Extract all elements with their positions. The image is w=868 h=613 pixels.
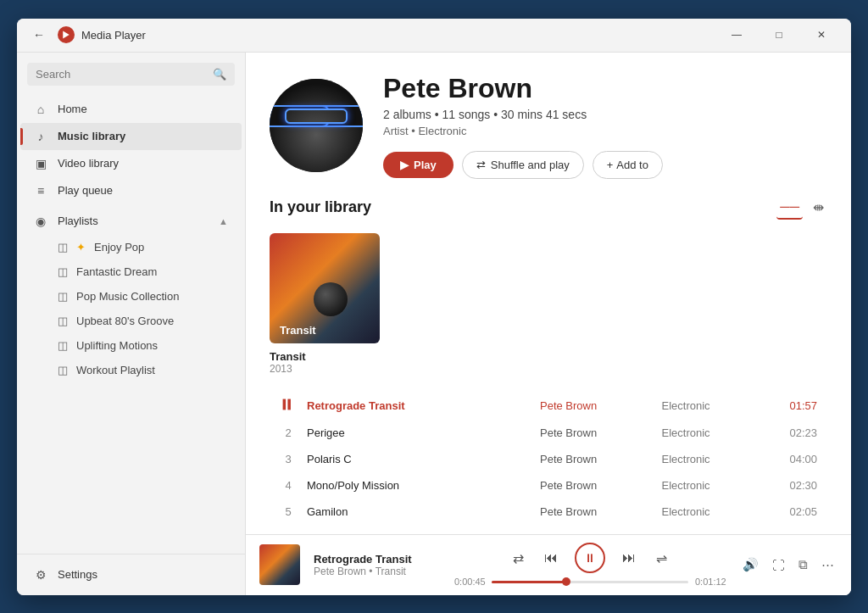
track-duration-4: 02:30 bbox=[783, 479, 817, 492]
main-area: 🔍 ⌂ Home ♪ Music library ▣ Video library… bbox=[17, 53, 851, 595]
playlist-icon-enjoy-pop: ◫ bbox=[58, 241, 68, 254]
playlist-item-upbeat-80s[interactable]: ◫ Upbeat 80's Groove bbox=[20, 309, 242, 333]
sidebar-item-video-library[interactable]: ▣ Video library bbox=[20, 150, 242, 177]
list-view-button[interactable]: ── bbox=[776, 196, 803, 220]
table-row[interactable]: Retrograde Transit Pete Brown Electronic… bbox=[270, 392, 827, 420]
shuffle-button[interactable]: ⇄ bbox=[509, 547, 527, 570]
playlists-section-header[interactable]: ◉ Playlists ▲ bbox=[20, 208, 242, 235]
table-row[interactable]: 5 Gamilon Pete Brown Electronic 02:05 bbox=[270, 499, 827, 525]
add-to-button[interactable]: + Add to bbox=[593, 151, 663, 179]
search-input[interactable] bbox=[36, 68, 208, 81]
play-button[interactable]: ▶ Play bbox=[383, 152, 453, 178]
progress-fill bbox=[492, 581, 566, 583]
playlist-item-fantastic-dream[interactable]: ◫ Fantastic Dream bbox=[20, 259, 242, 284]
playlist-icon-upbeat-80s: ◫ bbox=[58, 315, 68, 327]
track-name-1: Retrograde Transit bbox=[307, 399, 530, 412]
queue-icon: ≡ bbox=[34, 184, 47, 198]
playlist-icon-pop-music: ◫ bbox=[58, 290, 68, 303]
sidebar-item-play-queue[interactable]: ≡ Play queue bbox=[20, 177, 242, 204]
shuffle-icon: ⇄ bbox=[476, 159, 486, 171]
maximize-button[interactable]: □ bbox=[760, 21, 798, 48]
track-name-2: Perigee bbox=[307, 426, 530, 439]
album-card-transit[interactable]: Transit Transit 2013 bbox=[270, 233, 380, 375]
add-label: Add to bbox=[616, 159, 648, 171]
library-header: In your library ── ⇼ bbox=[270, 196, 827, 220]
play-icon: ▶ bbox=[400, 159, 409, 171]
table-row[interactable]: 6 Below the Root Pete Brown Electronic 0… bbox=[270, 525, 827, 534]
track-name-4: Mono/Poly Mission bbox=[307, 479, 530, 492]
playlist-item-enjoy-pop[interactable]: ◫ ✦ Enjoy Pop bbox=[20, 235, 242, 259]
close-button[interactable]: ✕ bbox=[802, 21, 841, 48]
track-duration-2: 02:23 bbox=[783, 426, 817, 439]
minimize-button[interactable]: — bbox=[717, 21, 756, 48]
album-name: Transit bbox=[270, 350, 380, 363]
table-row[interactable]: 3 Polaris C Pete Brown Electronic 04:00 bbox=[270, 446, 827, 472]
repeat-button[interactable]: ⇌ bbox=[653, 547, 670, 570]
album-art-transit: Transit bbox=[270, 233, 380, 343]
playlist-item-workout[interactable]: ◫ Workout Playlist bbox=[20, 358, 242, 382]
search-icon: 🔍 bbox=[213, 68, 226, 81]
transit-artwork: Transit bbox=[270, 233, 380, 343]
playlist-item-uplifting-motions[interactable]: ◫ Uplifting Motions bbox=[20, 333, 242, 358]
track-genre-4: Electronic bbox=[662, 479, 774, 492]
video-icon: ▣ bbox=[34, 157, 47, 170]
app-icon bbox=[58, 26, 75, 43]
progress-bar[interactable] bbox=[492, 581, 688, 583]
fullscreen-button[interactable]: ⛶ bbox=[769, 554, 788, 576]
track-duration-3: 04:00 bbox=[783, 453, 817, 465]
play-pause-button[interactable]: ⏸ bbox=[575, 543, 605, 573]
tracks-list: Retrograde Transit Pete Brown Electronic… bbox=[270, 392, 827, 534]
current-time: 0:00:45 bbox=[454, 577, 485, 587]
albums-grid: Transit Transit 2013 bbox=[270, 233, 827, 375]
player-track-name: Retrograde Transit bbox=[314, 553, 441, 566]
search-box[interactable]: 🔍 bbox=[27, 63, 235, 86]
grid-view-button[interactable]: ⇼ bbox=[810, 196, 827, 220]
artist-genre: Artist • Electronic bbox=[383, 125, 827, 137]
track-number-3: 3 bbox=[280, 453, 297, 465]
playlist-label-uplifting-motions: Uplifting Motions bbox=[76, 339, 158, 352]
playlists-icon: ◉ bbox=[34, 215, 47, 228]
sidebar-item-video-label: Video library bbox=[58, 157, 119, 170]
player-right-controls: 🔊 ⛶ ⧉ ⋯ bbox=[739, 554, 837, 576]
sidebar-item-music-library[interactable]: ♪ Music library bbox=[20, 123, 242, 150]
track-duration-5: 02:05 bbox=[783, 505, 817, 518]
track-artist-1: Pete Brown bbox=[540, 399, 652, 412]
content-area: Pete Brown 2 albums • 11 songs • 30 mins… bbox=[246, 53, 851, 595]
player-art-inner bbox=[259, 544, 300, 585]
previous-button[interactable]: ⏮ bbox=[541, 547, 561, 569]
add-icon: + bbox=[607, 159, 614, 171]
table-row[interactable]: 4 Mono/Poly Mission Pete Brown Electroni… bbox=[270, 472, 827, 499]
next-button[interactable]: ⏭ bbox=[619, 547, 639, 569]
artist-header: Pete Brown 2 albums • 11 songs • 30 mins… bbox=[246, 53, 851, 196]
track-genre-1: Electronic bbox=[662, 399, 774, 412]
more-options-button[interactable]: ⋯ bbox=[818, 554, 837, 576]
volume-button[interactable]: 🔊 bbox=[739, 554, 762, 576]
player-info: Retrograde Transit Pete Brown • Transit bbox=[314, 553, 441, 577]
album-art-label: Transit bbox=[280, 324, 316, 337]
playlist-item-pop-music[interactable]: ◫ Pop Music Collection bbox=[20, 284, 242, 309]
sidebar-item-settings[interactable]: ⚙ Settings bbox=[20, 561, 242, 588]
track-number-5: 5 bbox=[280, 505, 297, 518]
artist-stats: 2 albums • 11 songs • 30 mins 41 secs bbox=[383, 108, 827, 121]
track-artist-3: Pete Brown bbox=[540, 453, 652, 465]
window-controls: — □ ✕ bbox=[717, 21, 841, 48]
track-number-4: 4 bbox=[280, 479, 297, 492]
transit-sphere bbox=[314, 282, 348, 316]
sidebar-item-home[interactable]: ⌂ Home bbox=[20, 96, 242, 123]
back-button[interactable]: ← bbox=[27, 23, 51, 47]
playlist-label-fantastic-dream: Fantastic Dream bbox=[76, 265, 157, 278]
table-row[interactable]: 2 Perigee Pete Brown Electronic 02:23 bbox=[270, 420, 827, 446]
sidebar-item-music-label: Music library bbox=[58, 130, 125, 142]
track-name-5: Gamilon bbox=[307, 505, 530, 518]
shuffle-play-button[interactable]: ⇄ Shuffle and play bbox=[462, 151, 584, 179]
settings-icon: ⚙ bbox=[34, 568, 47, 582]
settings-label: Settings bbox=[58, 568, 97, 581]
track-number-1 bbox=[280, 398, 297, 413]
miniplayer-button[interactable]: ⧉ bbox=[795, 554, 811, 576]
artist-actions: ▶ Play ⇄ Shuffle and play + Add to bbox=[383, 151, 827, 179]
view-controls: ── ⇼ bbox=[776, 196, 827, 220]
track-artist-2: Pete Brown bbox=[540, 426, 652, 439]
artist-name: Pete Brown bbox=[383, 73, 827, 104]
track-genre-5: Electronic bbox=[662, 505, 774, 518]
track-duration-1: 01:57 bbox=[783, 399, 817, 412]
